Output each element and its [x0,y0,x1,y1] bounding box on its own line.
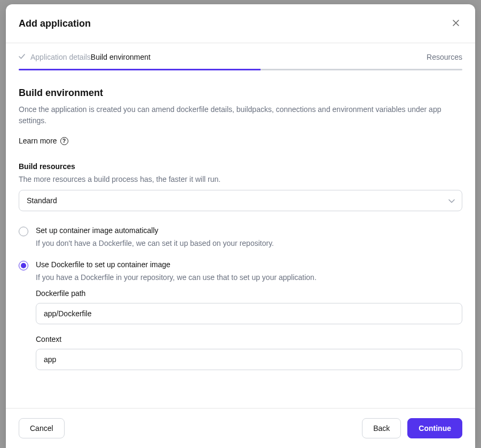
build-resources-select[interactable]: Standard [19,190,462,211]
section-title: Build environment [19,87,462,99]
dockerfile-path-label: Dockerfile path [36,289,462,298]
radio-auto-label[interactable]: Set up container image automatically [36,226,462,235]
close-icon [453,19,459,28]
add-application-modal: Add application Application details Buil… [6,4,475,448]
context-label: Context [36,335,462,343]
continue-button[interactable]: Continue [407,418,462,438]
step-label: Resources [427,53,462,61]
modal-footer: Cancel Back Continue [6,408,475,448]
radio-dockerfile[interactable] [19,261,28,270]
section-description: Once the application is created you can … [19,104,462,126]
step-application-details[interactable]: Application details [19,53,91,61]
radio-auto[interactable] [19,227,28,236]
radio-option-auto: Set up container image automatically If … [19,226,462,255]
select-value: Standard [27,196,57,205]
learn-more-link[interactable]: Learn more ? [19,137,68,145]
cancel-button[interactable]: Cancel [19,418,65,438]
dockerfile-path-input[interactable] [36,303,462,324]
context-input[interactable] [36,349,462,370]
learn-more-label: Learn more [19,137,57,145]
modal-header: Add application [6,4,475,43]
check-icon [19,54,25,60]
help-icon: ? [60,137,68,145]
modal-title: Add application [19,18,91,29]
build-resources-description: The more resources a build process has, … [19,175,462,183]
step-label: Application details [30,53,91,61]
radio-dockerfile-description: If you have a Dockerfile in your reposit… [36,273,462,282]
step-resources: Resources [427,53,462,61]
step-label: Build environment [91,53,151,61]
radio-option-dockerfile: Use Dockerfile to set up container image… [19,260,462,381]
stepper: Application details Build environment Re… [6,43,475,61]
step-build-environment: Build environment [91,53,427,61]
close-button[interactable] [450,17,462,30]
radio-auto-description: If you don't have a Dockerfile, we can s… [36,239,462,247]
radio-dockerfile-label[interactable]: Use Dockerfile to set up container image [36,260,462,269]
build-resources-label: Build resources [19,162,462,171]
modal-content: Build environment Once the application i… [6,70,475,408]
back-button[interactable]: Back [362,418,401,438]
